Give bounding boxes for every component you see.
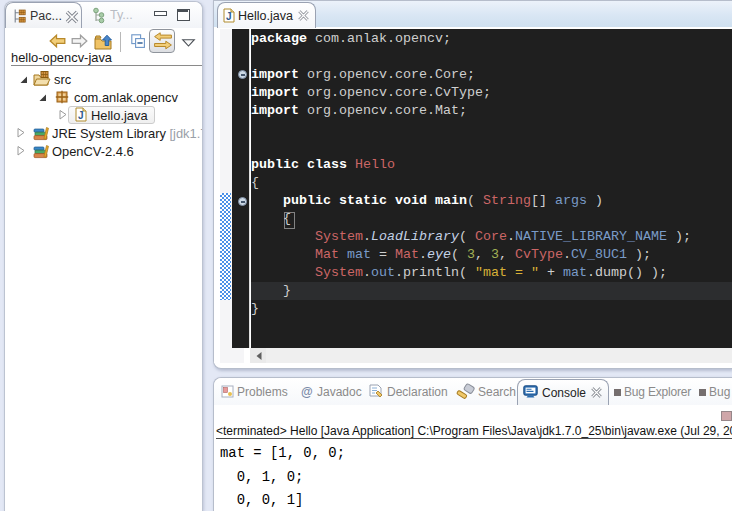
svg-text:J: J [78,110,84,121]
svg-text:J: J [226,11,232,22]
